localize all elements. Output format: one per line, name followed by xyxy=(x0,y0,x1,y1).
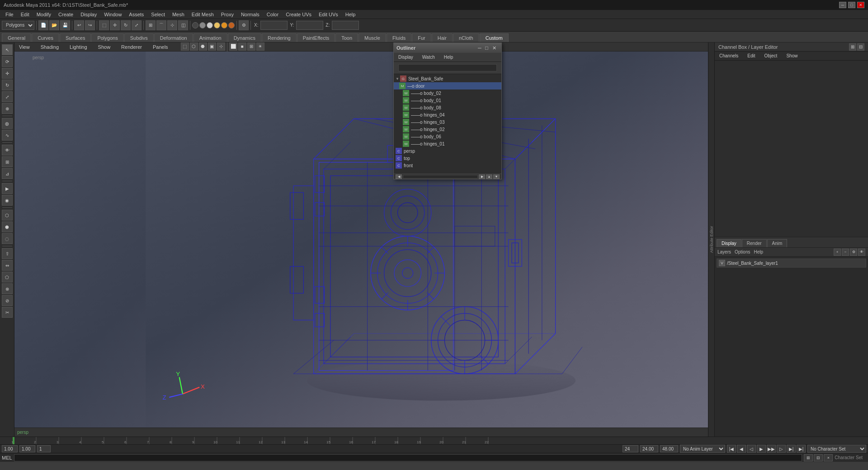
delete-layer-btn[interactable]: − xyxy=(842,249,849,256)
go-to-end-btn[interactable]: ▶| xyxy=(797,445,806,453)
poly-loop-btn[interactable]: ⬢ xyxy=(2,221,13,232)
move-tool[interactable]: ✛ xyxy=(110,20,120,30)
vp-wireframe[interactable]: ⬜ xyxy=(229,42,237,51)
outliner-display-menu[interactable]: Display xyxy=(396,54,416,61)
snap-grid[interactable]: ⊞ xyxy=(146,20,156,30)
bridge-btn[interactable]: ⇔ xyxy=(2,260,13,271)
vp-select-mode[interactable]: ⬚ xyxy=(181,42,189,51)
layer-icons[interactable]: + − ⚙ 👁 xyxy=(834,249,865,256)
tab-polygons[interactable]: Polygons xyxy=(91,33,123,42)
z-input[interactable] xyxy=(332,21,359,30)
extrude-btn[interactable]: ⇧ xyxy=(2,248,13,259)
vp-smooth[interactable]: ■ xyxy=(238,42,246,51)
menu-modify[interactable]: Modify xyxy=(33,11,55,18)
anim-end-input[interactable] xyxy=(660,445,678,452)
soft-select-btn[interactable]: ◍ xyxy=(2,118,13,129)
anim-layer-dropdown[interactable]: No Anim Layer xyxy=(680,445,725,453)
outliner-maximize[interactable]: □ xyxy=(485,45,491,51)
outliner-search[interactable] xyxy=(398,64,497,71)
channels-menu[interactable]: Channels xyxy=(717,52,741,59)
outliner-item-body08[interactable]: M ——o body_08 xyxy=(394,104,501,111)
panels-menu[interactable]: Panels xyxy=(151,43,170,51)
menu-assets[interactable]: Assets xyxy=(125,11,147,18)
menu-proxy[interactable]: Proxy xyxy=(217,11,237,18)
outliner-item-hinges01[interactable]: M ——o hinges_01 xyxy=(394,140,501,147)
outliner-item-body06[interactable]: M ——o body_06 xyxy=(394,133,501,140)
rotate-tool[interactable]: ↻ xyxy=(121,20,131,30)
prev-frame-btn[interactable]: ◀ xyxy=(737,445,746,453)
universal-manip-btn[interactable]: ⊕ xyxy=(2,103,13,114)
tab-animation[interactable]: Animation xyxy=(193,33,227,42)
outliner-item-front[interactable]: C front xyxy=(394,162,501,169)
scroll-up[interactable]: ▲ xyxy=(486,174,492,179)
select-tool-btn[interactable]: ↖ xyxy=(2,44,13,55)
outliner-item-body01[interactable]: M ——o body_01 xyxy=(394,97,501,104)
status-btn2[interactable]: ⊟ xyxy=(814,454,823,461)
render-settings-button[interactable]: ⚙ xyxy=(239,20,249,30)
tab-subdivs[interactable]: Subdivs xyxy=(124,33,154,42)
close-button[interactable]: ✕ xyxy=(857,2,864,8)
snap-view[interactable]: ◫ xyxy=(178,20,188,30)
color-swatch6[interactable] xyxy=(228,22,235,28)
edit-menu[interactable]: Edit xyxy=(745,52,758,59)
next-frame-btn[interactable]: ▶| xyxy=(787,445,796,453)
snap-curve[interactable]: ⌒ xyxy=(156,20,166,30)
range-end-input[interactable] xyxy=(623,445,638,452)
vp-texture[interactable]: ⊞ xyxy=(247,42,255,51)
layer-visible-btn[interactable]: 👁 xyxy=(858,249,865,256)
poly-ring-btn[interactable]: ◌ xyxy=(2,233,13,244)
next-key-btn[interactable]: ▷ xyxy=(777,445,786,453)
menu-mesh[interactable]: Mesh xyxy=(169,11,188,18)
color-swatch5[interactable] xyxy=(221,22,227,28)
outliner-item-persp[interactable]: C persp xyxy=(394,147,501,155)
menu-window[interactable]: Window xyxy=(100,11,125,18)
tab-toon[interactable]: Toon xyxy=(335,33,358,42)
mel-input[interactable] xyxy=(14,454,802,461)
show-hide-btn[interactable]: 👁 xyxy=(2,145,13,155)
anim-tab[interactable]: Anim xyxy=(767,239,788,247)
tab-dynamics[interactable]: Dynamics xyxy=(228,33,261,42)
renderer-menu[interactable]: Renderer xyxy=(119,43,144,51)
tab-curves[interactable]: Curves xyxy=(32,33,59,42)
sculpt-btn[interactable]: ∿ xyxy=(2,130,13,141)
outliner-help-menu[interactable]: Help xyxy=(441,54,456,61)
paint-select-btn[interactable]: ⟳ xyxy=(2,56,13,67)
go-to-start-btn[interactable]: |◀ xyxy=(727,445,736,453)
vp-vertex-mode[interactable]: ⊹ xyxy=(217,42,225,51)
tab-painteffects[interactable]: PaintEffects xyxy=(297,33,335,42)
window-controls[interactable]: ─ □ ✕ xyxy=(839,2,864,8)
redo-button[interactable]: ↪ xyxy=(85,20,95,30)
menu-create[interactable]: Create xyxy=(55,11,77,18)
vp-edge-mode[interactable]: ⬣ xyxy=(199,42,207,51)
tab-surfaces[interactable]: Surfaces xyxy=(60,33,91,42)
lighting-menu[interactable]: Lighting xyxy=(68,43,89,51)
anim-start-input[interactable] xyxy=(640,445,658,452)
tab-fur[interactable]: Fur xyxy=(412,33,431,42)
move-tool-btn[interactable]: ✛ xyxy=(2,68,13,79)
menu-color[interactable]: Color xyxy=(263,11,282,18)
outliner-item-root[interactable]: ▼ G Steel_Bank_Safe xyxy=(394,75,501,82)
outliner-item-hinges03[interactable]: M ——o hinges_03 xyxy=(394,118,501,126)
connect-btn[interactable]: ⊘ xyxy=(2,295,13,306)
menu-edit-uvs[interactable]: Edit UVs xyxy=(315,11,342,18)
vp-poly-mode[interactable]: ⬡ xyxy=(190,42,198,51)
show-menu[interactable]: Show xyxy=(783,52,800,59)
undo-button[interactable]: ↩ xyxy=(74,20,84,30)
menu-help[interactable]: Help xyxy=(342,11,359,18)
menu-display[interactable]: Display xyxy=(77,11,100,18)
scroll-left[interactable]: ◀ xyxy=(396,174,402,179)
color-swatch1[interactable] xyxy=(192,22,198,28)
outliner-minimize[interactable]: ─ xyxy=(478,45,484,51)
y-input[interactable] xyxy=(296,21,323,30)
menu-create-uvs[interactable]: Create UVs xyxy=(282,11,315,18)
current-frame-input[interactable] xyxy=(2,445,18,452)
merge-btn[interactable]: ⊗ xyxy=(2,283,13,294)
tab-general[interactable]: General xyxy=(2,33,31,42)
menu-file[interactable]: File xyxy=(2,11,17,18)
prev-key-btn[interactable]: ◁ xyxy=(747,445,756,453)
outliner-item-hinges04[interactable]: M ——o hinges_04 xyxy=(394,111,501,118)
outliner-watch-menu[interactable]: Watch xyxy=(420,54,438,61)
vp-light[interactable]: ☀ xyxy=(256,42,264,51)
tab-custom[interactable]: Custom xyxy=(480,33,509,42)
range-start-input[interactable] xyxy=(19,445,35,452)
